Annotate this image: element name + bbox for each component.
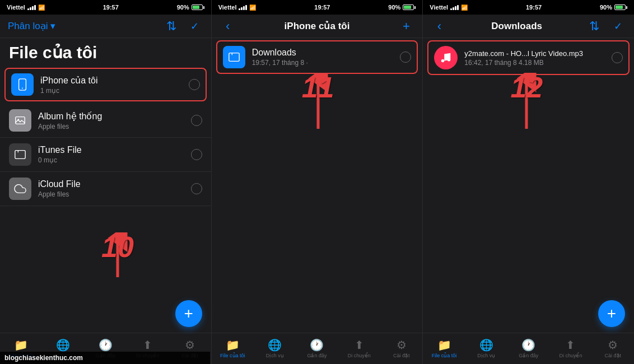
tab-move-icon-1: ⬆: [143, 338, 152, 352]
nav-bar-3: ‹ Downloads ⇅ ✓: [423, 15, 634, 38]
signal-bars-1: [27, 4, 36, 10]
icloud-info: iCloud File Apple files: [38, 179, 191, 198]
tab-service-icon-2: 🌐: [268, 338, 282, 352]
tab-settings-label-2: Cài đặt: [393, 353, 410, 358]
carrier-3: Viettel: [430, 4, 448, 11]
icloud-icon: [9, 178, 31, 200]
battery-tip-1: [203, 6, 204, 9]
mp3-circle: [612, 52, 623, 63]
bar4: [34, 5, 36, 10]
itunes-name: iTunes File: [38, 145, 191, 155]
tab-move-2[interactable]: ⬆ Di chuyển: [338, 335, 380, 361]
watermark: blogchiasekienthuc.com: [0, 352, 210, 364]
status-right-2: 90%: [388, 4, 416, 11]
downloads-sub: 19:57, 17 tháng 8 ·: [252, 59, 400, 67]
status-bar-3: Viettel 📶 19:57 90%: [423, 0, 634, 15]
plus-button-2[interactable]: +: [398, 19, 414, 34]
tab-move-label-2: Di chuyển: [348, 353, 371, 358]
tab-recent-2[interactable]: 🕐 Gần đây: [296, 335, 338, 361]
list-item-mp3[interactable]: y2mate.com - HO...l Lyric Video.mp3 16:4…: [427, 40, 630, 75]
number-10: 10: [101, 232, 134, 262]
tab-service-icon-1: 🌐: [56, 338, 70, 352]
list-item-album[interactable]: Album hệ thống Apple files: [0, 104, 211, 138]
album-sub: Apple files: [38, 123, 191, 130]
tab-settings-3[interactable]: ⚙ Cài đặt: [592, 335, 634, 361]
bar4-3: [457, 5, 459, 10]
tab-move-3[interactable]: ⬆ Di chuyển: [549, 335, 591, 361]
fab-1[interactable]: +: [175, 300, 202, 327]
tab-move-label-3: Di chuyển: [559, 353, 582, 358]
album-icon: [9, 109, 31, 132]
status-bar-2: Viettel 📶 19:57 90%: [212, 0, 423, 15]
check-button-3[interactable]: ✓: [609, 20, 626, 32]
battery-fill-2: [404, 6, 411, 9]
tab-files-label-2: File của tôi: [220, 353, 245, 358]
sort-button-3[interactable]: ⇅: [586, 19, 603, 34]
tab-files-label-3: File của tôi: [432, 353, 457, 358]
tab-settings-2[interactable]: ⚙ Cài đặt: [380, 335, 422, 361]
battery-body-1: [192, 4, 203, 10]
battery-fill-3: [616, 6, 623, 9]
music-icon: [434, 46, 458, 69]
svg-point-1: [22, 88, 23, 89]
list-item-icloud[interactable]: iCloud File Apple files: [0, 172, 211, 206]
tab-files-3[interactable]: 📁 File của tôi: [423, 335, 465, 361]
tab-move-icon-2: ⬆: [355, 338, 364, 352]
fab-3[interactable]: +: [598, 300, 625, 327]
icloud-circle: [191, 183, 202, 194]
wifi-2: 📶: [249, 4, 256, 11]
battery-pct-3: 90%: [600, 4, 612, 11]
check-button-1[interactable]: ✓: [187, 20, 203, 32]
back-button-3[interactable]: ‹: [431, 19, 447, 34]
icloud-name: iCloud File: [38, 179, 191, 189]
time-3: 19:57: [526, 4, 542, 11]
bar2-2: [241, 7, 243, 10]
tab-bar-3: 📁 File của tôi 🌐 Dịch vụ 🕐 Gần đây ⬆ Di …: [423, 333, 634, 364]
icloud-sub: Apple files: [38, 190, 191, 198]
list-item-downloads[interactable]: Downloads 19:57, 17 tháng 8 ·: [216, 40, 418, 74]
large-title-bar: File của tôi: [0, 38, 211, 66]
annotation-12: 12: [510, 73, 543, 129]
tab-recent-icon-3: 🕐: [521, 338, 535, 352]
time-1: 19:57: [103, 4, 119, 11]
classify-button[interactable]: Phân loại ▾: [8, 20, 55, 32]
mp3-info: y2mate.com - HO...l Lyric Video.mp3 16:4…: [464, 49, 612, 67]
svg-point-9: [447, 58, 451, 62]
nav-right-2: +: [398, 19, 414, 34]
tab-service-label-2: Dịch vụ: [266, 353, 284, 358]
panel-1: Viettel 📶 19:57 90%: [0, 0, 212, 364]
battery-tip-2: [414, 6, 416, 9]
tab-files-icon-1: 📁: [14, 338, 28, 352]
nav-right-3: ⇅ ✓: [586, 19, 626, 34]
tab-service-3[interactable]: 🌐 Dịch vụ: [465, 335, 507, 361]
tab-bar-2: 📁 File của tôi 🌐 Dịch vụ 🕐 Gần đây ⬆ Di …: [212, 333, 423, 364]
bar2: [30, 7, 31, 10]
list-item-iphone[interactable]: iPhone của tôi 1 mục: [4, 68, 207, 101]
tab-service-2[interactable]: 🌐 Dịch vụ: [254, 335, 296, 361]
tab-settings-icon-1: ⚙: [185, 338, 195, 352]
battery-icon-3: [614, 4, 627, 10]
status-right-1: 90%: [177, 4, 204, 11]
battery-tip-3: [626, 6, 627, 9]
wifi-3: 📶: [461, 4, 468, 11]
bar3: [32, 6, 34, 10]
tab-recent-3[interactable]: 🕐 Gần đây: [507, 335, 549, 361]
number-12: 12: [510, 73, 543, 102]
bar3-2: [243, 6, 245, 10]
svg-rect-2: [16, 117, 25, 124]
battery-icon-2: [403, 4, 416, 10]
tab-files-2[interactable]: 📁 File của tôi: [212, 335, 254, 361]
screens-container: Viettel 📶 19:57 90%: [0, 0, 634, 364]
list-item-itunes[interactable]: iTunes File 0 mục: [0, 138, 211, 172]
downloads-circle: [400, 52, 411, 63]
status-left-1: Viettel 📶: [7, 4, 45, 11]
tab-recent-label-3: Gần đây: [519, 353, 538, 358]
album-circle: [191, 115, 202, 126]
file-list-1: iPhone của tôi 1 mục Album hệ thống Appl…: [0, 66, 211, 333]
battery-icon-1: [192, 4, 204, 10]
sort-button-1[interactable]: ⇅: [163, 19, 180, 34]
nav-bar-2: ‹ iPhone của tôi +: [212, 15, 423, 38]
signal-bars-3: [450, 4, 459, 10]
iphone-sub: 1 mục: [40, 87, 189, 95]
back-button-2[interactable]: ‹: [220, 19, 236, 34]
